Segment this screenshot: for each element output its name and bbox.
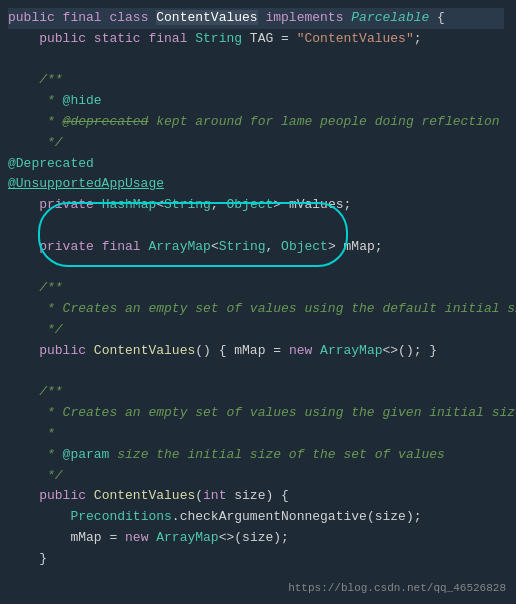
footer-url: https://blog.csdn.net/qq_46526828	[288, 580, 506, 598]
code-line	[8, 216, 504, 237]
code-line	[8, 50, 504, 71]
code-line: /**	[8, 70, 504, 91]
code-line: */	[8, 320, 504, 341]
code-line: * @param size the initial size of the se…	[8, 445, 504, 466]
code-line: }	[8, 549, 504, 570]
code-line: public final class ContentValues impleme…	[8, 8, 504, 29]
code-line: * @hide	[8, 91, 504, 112]
code-line: * @deprecated kept around for lame peopl…	[8, 112, 504, 133]
code-line	[8, 258, 504, 279]
code-line: * Creates an empty set of values using t…	[8, 403, 504, 424]
code-editor: public final class ContentValues impleme…	[0, 0, 516, 578]
code-line: */	[8, 466, 504, 487]
code-line: private final ArrayMap<String, Object> m…	[8, 237, 504, 258]
code-line: private HashMap<String, Object> mValues;	[8, 195, 504, 216]
code-line: mMap = new ArrayMap<>(size);	[8, 528, 504, 549]
code-line: public ContentValues() { mMap = new Arra…	[8, 341, 504, 362]
code-line: * Creates an empty set of values using t…	[8, 299, 504, 320]
code-line: public ContentValues(int size) {	[8, 486, 504, 507]
code-line: @UnsupportedAppUsage	[8, 174, 504, 195]
code-line: /**	[8, 382, 504, 403]
code-line: */	[8, 133, 504, 154]
code-line: Preconditions.checkArgumentNonnegative(s…	[8, 507, 504, 528]
code-line: /**	[8, 278, 504, 299]
code-line: *	[8, 424, 504, 445]
code-line: @Deprecated	[8, 154, 504, 175]
code-line: public static final String TAG = "Conten…	[8, 29, 504, 50]
code-line	[8, 362, 504, 383]
